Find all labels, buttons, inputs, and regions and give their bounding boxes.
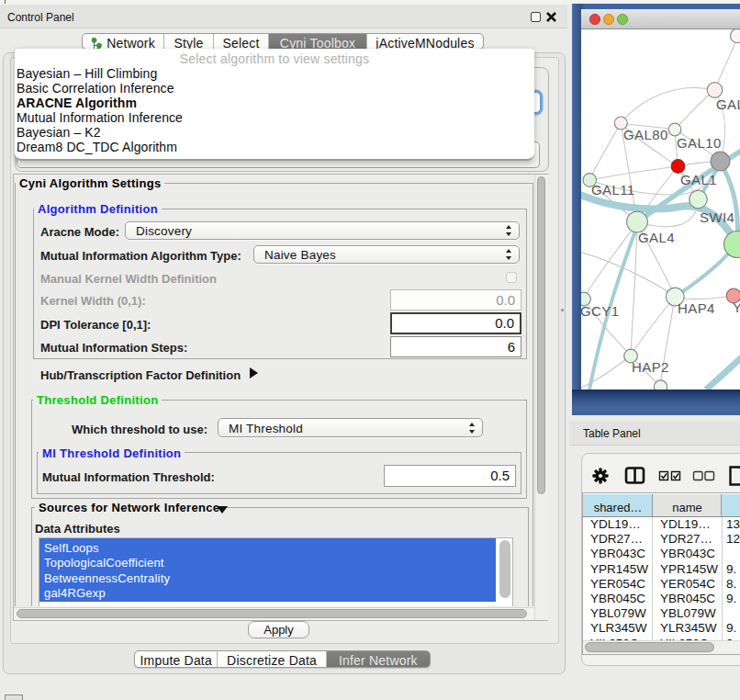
- svg-text:HAP4: HAP4: [678, 300, 715, 316]
- svg-text:GAL4: GAL4: [638, 230, 675, 245]
- svg-text:GCY1: GCY1: [581, 303, 619, 319]
- svg-text:GAL80: GAL80: [623, 127, 668, 142]
- svg-text:SWI4: SWI4: [700, 209, 734, 225]
- svg-text:GAL1: GAL1: [680, 172, 717, 187]
- svg-text:HAP2: HAP2: [632, 359, 669, 375]
- svg-text:YJ: YJ: [733, 299, 740, 315]
- svg-text:GAL11: GAL11: [591, 182, 635, 198]
- svg-text:GAL2: GAL2: [716, 96, 740, 112]
- svg-text:GAL10: GAL10: [677, 135, 722, 151]
